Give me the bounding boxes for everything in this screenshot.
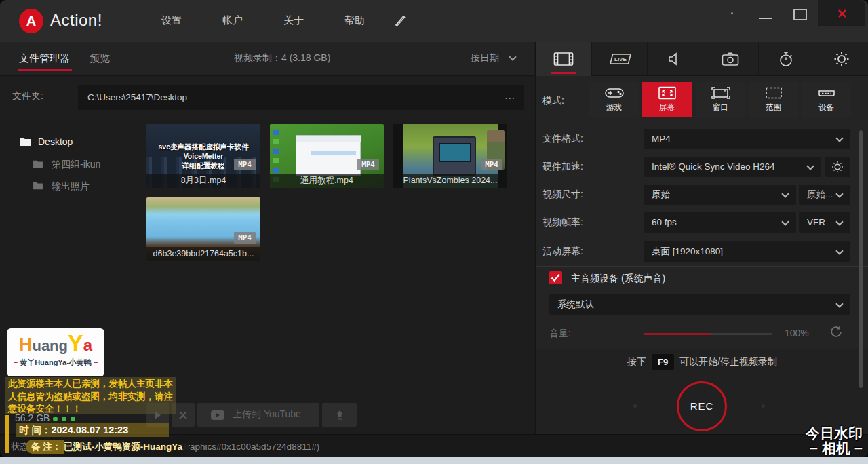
tab-audio-recording[interactable]	[647, 42, 702, 76]
close-button[interactable]	[818, 0, 865, 26]
tab-live-streaming[interactable]: LIVE	[591, 42, 646, 76]
chevron-down-icon	[835, 300, 843, 307]
volume-label: 音量:	[549, 328, 571, 340]
volume-slider[interactable]	[644, 333, 772, 335]
huangya-wordmark: HuangYa	[7, 331, 104, 357]
video-thumbnail[interactable]: MP4 PlantsVsZombies 2024...	[393, 124, 507, 188]
primary-audio-checkbox[interactable]	[549, 271, 562, 284]
chevron-down-icon	[835, 247, 843, 254]
taskbar-strip	[0, 457, 868, 464]
mode-device[interactable]: 设备	[802, 82, 851, 117]
export-button[interactable]	[322, 403, 357, 427]
rec-side-dot	[762, 404, 765, 408]
sidebar-item-output-photos[interactable]: 输出照片	[0, 178, 142, 196]
time-watermark: 时 间：2024.08.07 12:23	[16, 423, 169, 437]
f9-keycap: F9	[652, 354, 674, 370]
sidebar-item-label: 第四组-ikun	[52, 159, 100, 171]
format-badge: MP4	[234, 232, 256, 244]
folder-path-input[interactable]: C:\Users\25417\Desktop ...	[78, 85, 524, 110]
mode-screen-active[interactable]: 屏幕	[642, 82, 692, 117]
tab-video-recording[interactable]	[536, 42, 591, 76]
hw-acceleration-select[interactable]: Intel® Quick Sync Video H264	[644, 157, 821, 177]
maximize-button[interactable]	[793, 9, 807, 20]
chevron-down-icon	[835, 218, 843, 225]
tab-file-manager[interactable]: 文件管理器	[19, 52, 70, 65]
tab-preview[interactable]: 预览	[90, 52, 110, 65]
tab-screenshots[interactable]	[703, 42, 757, 76]
disk-indicator-dot	[53, 417, 58, 421]
mode-window[interactable]: 窗口	[696, 82, 745, 117]
framerate-mode-select[interactable]: VFR	[799, 212, 850, 233]
file-format-select[interactable]: MP4	[644, 129, 850, 149]
mode-label-text: 窗口	[696, 102, 745, 113]
volume-value: 100%	[785, 328, 809, 339]
rec-button[interactable]: REC	[677, 381, 727, 431]
framerate-select[interactable]: 60 fps	[644, 212, 796, 233]
sort-by-date-dropdown[interactable]: 按日期	[471, 52, 499, 64]
primary-audio-label: 主音频设备 (系统声音)	[571, 273, 665, 285]
hw-acceleration-label: 硬件加速:	[542, 161, 583, 173]
framerate-label: 视频帧率:	[542, 216, 583, 229]
chevron-down-icon	[509, 53, 516, 60]
action-logo-icon: A	[19, 9, 43, 33]
sidebar-item-desktop[interactable]: Desktop	[0, 134, 142, 152]
active-screen-select[interactable]: 桌面 [1920x1080]	[644, 241, 850, 262]
hotkey-hint: 按下F9可以开始/停止视频录制	[536, 354, 868, 370]
minimize-button[interactable]	[760, 18, 772, 19]
title-bar: A Action! 设置 帐户 关于 帮助	[0, 0, 868, 42]
menu-settings[interactable]: 设置	[161, 14, 182, 27]
folder-row: 文件夹: C:\Users\25417\Desktop ...	[0, 77, 534, 119]
video-filename: 8月3日.mp4	[146, 174, 260, 188]
sidebar-item-label: 输出照片	[52, 180, 90, 193]
video-filename: d6b3e39bbd21764a5c1b...	[146, 247, 260, 261]
video-thumbnail[interactable]: MP4 通用教程.mp4	[270, 124, 384, 188]
folder-path-value: C:\Users\25417\Desktop	[87, 92, 187, 102]
sidebar-item-group4[interactable]: 第四组-ikun	[0, 157, 142, 174]
mode-game[interactable]: 游戏	[589, 82, 639, 117]
chevron-down-icon	[781, 218, 789, 225]
upload-to-youtube-label: 上传到 YouTube	[233, 408, 301, 421]
chevron-down-icon	[835, 190, 843, 197]
volume-reset-icon[interactable]	[829, 324, 849, 342]
menu-about[interactable]: 关于	[283, 14, 304, 27]
menu-help[interactable]: 帮助	[344, 14, 365, 27]
action-window: A Action! 设置 帐户 关于 帮助 文件管理器 预览 视频录制：4 (3…	[0, 0, 868, 457]
audio-device-select[interactable]: 系统默认	[549, 294, 850, 315]
file-panel-tab-bar: 文件管理器 预览 视频录制：4 (3.18 GB) 按日期	[0, 42, 534, 76]
video-size-label: 视频尺寸:	[542, 189, 583, 201]
video-thumbnail[interactable]: svc变声器搭配虚拟声卡软件VoiceMetter 详细配置教程 MP4 8月3…	[146, 124, 260, 188]
video-size-select[interactable]: 原始	[644, 185, 796, 205]
upload-to-youtube-button[interactable]: 上传到 YouTube	[197, 403, 319, 427]
hw-acceleration-settings-button[interactable]	[825, 157, 850, 177]
folder-icon	[33, 180, 43, 193]
folder-icon	[19, 136, 31, 149]
settings-scrollbar[interactable]	[859, 130, 863, 388]
camera-watermark: 今日水印 − 相机 −	[806, 426, 863, 456]
note-watermark: 备 注：已测试-小黄鸭资源-HuangYa	[26, 439, 189, 455]
file-format-label: 文件格式:	[542, 133, 583, 145]
video-filename: 通用教程.mp4	[270, 174, 384, 188]
chevron-down-icon	[835, 134, 843, 142]
mode-label-text: 屏幕	[642, 102, 692, 113]
huangya-subtitle: − 黄丫HuangYa-小黄鸭 −	[7, 357, 104, 368]
video-thumbnail[interactable]: MP4 d6b3e39bbd21764a5c1b...	[146, 197, 260, 261]
mode-label: 模式:	[542, 95, 564, 107]
video-size-secondary-select[interactable]: 原始...	[799, 185, 850, 205]
chevron-down-icon	[781, 190, 789, 197]
pin-dot-icon	[731, 12, 733, 14]
recordings-summary: 视频录制：4 (3.18 GB)	[234, 52, 330, 64]
browse-folder-button[interactable]: ...	[505, 85, 515, 110]
svg-text:LIVE: LIVE	[614, 56, 627, 62]
menu-account[interactable]: 帐户	[222, 14, 243, 27]
tab-settings[interactable]	[814, 42, 868, 76]
disk-indicator-dot	[62, 417, 66, 421]
pen-icon[interactable]	[392, 12, 408, 28]
mode-region[interactable]: 范围	[749, 82, 798, 117]
active-tab-underline	[18, 69, 72, 71]
thumbnail-art	[296, 135, 361, 176]
tab-time-shift[interactable]	[758, 42, 813, 76]
app-title: Action!	[50, 11, 102, 30]
format-badge: MP4	[357, 159, 379, 170]
chevron-down-icon	[806, 162, 814, 170]
folder-label: 文件夹:	[12, 90, 43, 102]
